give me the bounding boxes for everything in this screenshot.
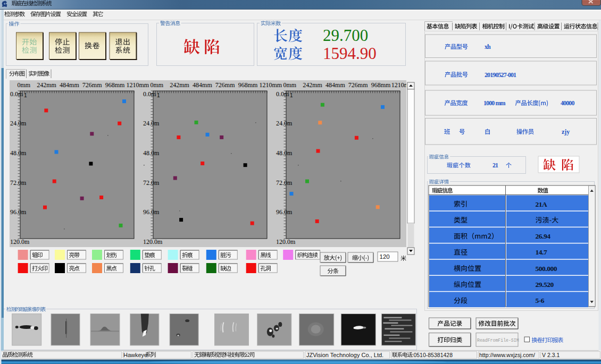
svg-text:JZVision Technology Co., Ltd.: JZVision Technology Co., Ltd. (306, 352, 383, 358)
svg-text:xh: xh (485, 43, 491, 50)
svg-text:14.7: 14.7 (536, 248, 547, 256)
svg-text:29.520: 29.520 (536, 281, 554, 289)
svg-text:726mm: 726mm (82, 81, 102, 89)
svg-text:726mm: 726mm (215, 81, 235, 89)
svg-text:484mm: 484mm (193, 81, 212, 89)
svg-text:1210mm: 1210mm (259, 81, 282, 89)
svg-text:zjy: zjy (562, 128, 570, 136)
svg-text:484mm: 484mm (60, 81, 79, 89)
svg-text:21: 21 (493, 162, 498, 169)
svg-text:29.700: 29.700 (323, 26, 368, 45)
svg-text:1210mm: 1210mm (126, 81, 149, 89)
svg-text:120.0m: 120.0m (10, 238, 30, 246)
svg-text::0510-85381428: :0510-85381428 (412, 352, 453, 358)
svg-text:0mm: 0mm (283, 81, 296, 89)
svg-text:1: 1 (290, 92, 293, 98)
svg-text:726mm: 726mm (348, 81, 368, 89)
svg-text:0.0m: 0.0m (10, 90, 23, 98)
svg-text:Hawkeye: Hawkeye (123, 352, 147, 358)
svg-text:26.94: 26.94 (536, 232, 551, 240)
svg-text:242mm: 242mm (170, 81, 189, 89)
svg-text:http://www.wxjzsj.com/: http://www.wxjzsj.com/ (479, 352, 535, 358)
svg-text:968mm: 968mm (238, 81, 258, 89)
svg-text:968mm: 968mm (105, 81, 125, 89)
svg-text:242mm: 242mm (37, 81, 56, 89)
svg-text:20190527-001: 20190527-001 (485, 71, 516, 79)
svg-text:21A: 21A (536, 200, 548, 208)
svg-text:1594.90: 1594.90 (323, 44, 377, 63)
svg-text:968mm: 968mm (371, 81, 391, 89)
svg-text:1000 mm: 1000 mm (483, 99, 506, 107)
svg-text:0.0m: 0.0m (276, 90, 289, 98)
svg-text:484mm: 484mm (325, 81, 345, 89)
svg-text:ReadFromFile-SIM: ReadFromFile-SIM (477, 338, 519, 343)
svg-text:V 2.3.1: V 2.3.1 (542, 352, 560, 358)
svg-text:0.0m: 0.0m (143, 90, 156, 98)
svg-text:1: 1 (157, 92, 160, 98)
svg-text:120.0m: 120.0m (276, 238, 296, 246)
svg-text:1: 1 (24, 92, 27, 98)
svg-text:120.0m: 120.0m (143, 238, 163, 246)
svg-text:40000: 40000 (561, 99, 574, 107)
svg-text:5-6: 5-6 (536, 297, 545, 304)
svg-text:0mm: 0mm (17, 81, 30, 89)
svg-text:120: 120 (380, 253, 390, 260)
svg-text:0mm: 0mm (150, 81, 163, 89)
svg-text:500.000: 500.000 (536, 265, 557, 273)
svg-text:242mm: 242mm (303, 81, 322, 89)
